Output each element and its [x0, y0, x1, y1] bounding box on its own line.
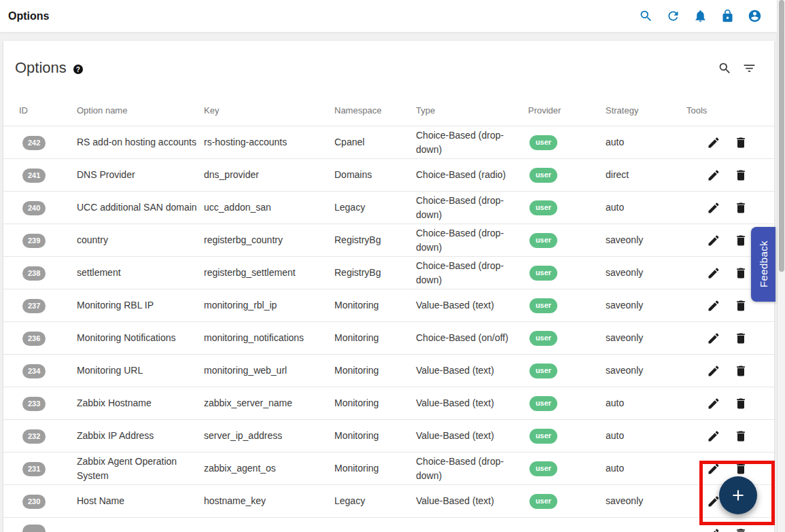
delete-icon[interactable]: [734, 266, 748, 280]
table-row: 238 settlement registerbg_settlement Reg…: [3, 256, 774, 289]
delete-icon[interactable]: [734, 201, 748, 215]
id-badge: 233: [22, 397, 46, 411]
provider-badge: user: [529, 233, 557, 248]
delete-icon[interactable]: [734, 234, 748, 247]
id-cell: 233: [19, 396, 77, 411]
delete-icon[interactable]: [734, 299, 748, 313]
option-key-cell: registerbg_country: [204, 233, 334, 247]
table-header: IDOption nameKeyNamespaceTypeProviderStr…: [3, 95, 774, 126]
option-key-cell: rs-hosting-accounts: [204, 135, 334, 149]
delete-icon[interactable]: [734, 527, 748, 532]
account-icon[interactable]: [747, 9, 762, 24]
feedback-label: Feedback: [758, 241, 769, 287]
strategy-cell: saveonly: [606, 494, 686, 508]
edit-icon[interactable]: [707, 299, 720, 313]
id-cell: 238: [19, 266, 77, 281]
tools-cell: [686, 429, 774, 443]
tools-cell: [686, 462, 774, 476]
column-header: ID: [19, 105, 77, 116]
id-cell: 234: [19, 363, 77, 378]
id-badge: 230: [22, 495, 46, 509]
provider-badge: user: [529, 429, 557, 444]
strategy-cell: saveonly: [606, 266, 686, 280]
option-name-cell: Monitoring RBL IP: [77, 298, 204, 313]
id-badge: 239: [22, 234, 46, 248]
edit-icon[interactable]: [707, 495, 720, 508]
type-cell: Choice-Based (on/off): [416, 331, 528, 345]
filter-icon[interactable]: [742, 60, 756, 75]
scrollbar-thumb[interactable]: [779, 0, 784, 272]
namespace-cell: Monitoring: [334, 298, 416, 313]
strategy-cell: direct: [606, 168, 686, 182]
provider-cell: user: [528, 493, 606, 509]
page-title: Options: [8, 10, 49, 22]
refresh-icon[interactable]: [665, 9, 680, 24]
strategy-cell: saveonly: [606, 233, 686, 247]
delete-icon[interactable]: [734, 462, 748, 476]
table-row: 231 Zabbix Agent Operation System zabbix…: [3, 452, 774, 484]
id-badge: 242: [22, 136, 46, 150]
type-cell: Value-Based (text): [416, 494, 528, 508]
edit-icon[interactable]: [707, 397, 720, 410]
provider-badge: user: [529, 331, 557, 346]
delete-icon[interactable]: [734, 169, 748, 182]
edit-icon[interactable]: [707, 527, 720, 532]
provider-cell: user: [528, 167, 606, 183]
id-cell: 241: [19, 168, 77, 183]
id-badge: 234: [22, 364, 46, 378]
option-name-cell: DNS Provider: [77, 168, 204, 182]
delete-icon[interactable]: [734, 364, 748, 378]
edit-icon[interactable]: [707, 364, 720, 378]
provider-cell: user: [528, 428, 606, 444]
id-badge: 232: [22, 429, 46, 444]
help-icon[interactable]: ?: [73, 65, 83, 74]
id-cell: 242: [19, 135, 77, 150]
provider-cell: user: [528, 330, 606, 346]
type-cell: Choice-Based (radio): [416, 168, 528, 182]
option-name-cell: settlement: [77, 266, 204, 280]
delete-icon[interactable]: [734, 397, 748, 410]
card-header: Options ?: [3, 41, 774, 95]
provider-cell: user: [528, 135, 606, 150]
edit-icon[interactable]: [707, 429, 720, 443]
tools-cell: [686, 527, 774, 532]
edit-icon[interactable]: [707, 462, 720, 476]
search-icon[interactable]: [638, 9, 653, 24]
namespace-cell: Monitoring: [334, 396, 416, 410]
delete-icon[interactable]: [734, 429, 748, 443]
provider-badge: user: [529, 396, 557, 411]
delete-icon[interactable]: [734, 136, 748, 149]
strategy-cell: saveonly: [606, 331, 686, 345]
tools-cell: [686, 136, 774, 149]
provider-cell: user: [528, 298, 606, 313]
edit-icon[interactable]: [707, 234, 720, 247]
add-option-fab[interactable]: [719, 476, 757, 514]
provider-cell: user: [528, 363, 606, 378]
edit-icon[interactable]: [707, 266, 720, 280]
table-row: 230 Host Name hostname_key Legacy Value-…: [3, 484, 774, 517]
edit-icon[interactable]: [707, 169, 720, 182]
option-key-cell: zabbix_agent_os: [204, 461, 334, 476]
provider-badge: user: [529, 266, 557, 281]
option-key-cell: zabbix_server_name: [204, 396, 334, 410]
strategy-cell: saveonly: [606, 298, 686, 313]
delete-icon[interactable]: [734, 332, 748, 345]
id-badge: 241: [22, 169, 46, 183]
provider-badge: user: [529, 168, 557, 183]
lock-icon[interactable]: [720, 9, 735, 24]
edit-icon[interactable]: [707, 332, 720, 345]
tools-cell: [686, 364, 774, 378]
type-cell: Choice-Based (drop- down): [416, 455, 528, 483]
option-key-cell: dns_provider: [204, 168, 334, 182]
edit-icon[interactable]: [707, 201, 720, 215]
table-search-icon[interactable]: [717, 60, 732, 75]
scrollbar-track[interactable]: [777, 0, 785, 532]
id-badge: 236: [22, 332, 46, 346]
edit-icon[interactable]: [707, 136, 720, 149]
provider-badge: user: [529, 135, 557, 150]
feedback-tab[interactable]: Feedback: [751, 227, 775, 302]
column-header: Tools: [686, 105, 774, 116]
provider-cell: user: [528, 200, 606, 215]
namespace-cell: Legacy: [334, 200, 416, 215]
notifications-icon[interactable]: [693, 9, 708, 24]
